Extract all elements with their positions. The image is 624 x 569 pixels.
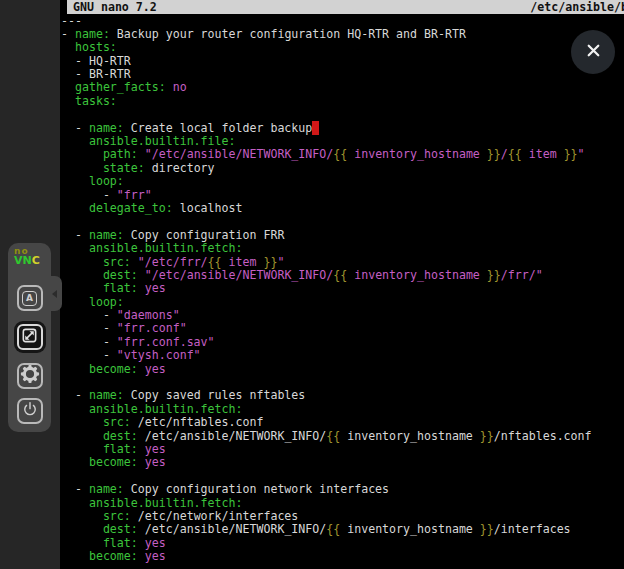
code-line: src: "/etc/frr/{{ item }}" bbox=[61, 256, 624, 269]
fullscreen-button[interactable] bbox=[17, 324, 43, 350]
power-icon bbox=[21, 400, 39, 422]
code-line: - HQ-RTR bbox=[61, 55, 624, 68]
code-line: --- bbox=[61, 15, 624, 28]
extra-keys-button[interactable]: A bbox=[17, 285, 43, 311]
code-line: hosts: bbox=[61, 41, 624, 54]
gear-icon bbox=[20, 364, 40, 388]
code-line: - name: Create local folder backup bbox=[61, 122, 624, 135]
code-line: become: yes bbox=[61, 456, 624, 469]
code-line: - "vtysh.conf" bbox=[61, 349, 624, 362]
vnc-button-column: A bbox=[8, 285, 51, 433]
code-line: become: yes bbox=[61, 363, 624, 376]
code-line: ansible.builtin.fetch: bbox=[61, 497, 624, 510]
code-line: - name: Copy configuration network inter… bbox=[61, 483, 624, 496]
sidebar-collapse-handle[interactable] bbox=[47, 276, 62, 311]
disconnect-button[interactable] bbox=[17, 398, 43, 424]
close-icon bbox=[585, 42, 602, 63]
nano-editor-text[interactable]: ---- name: Backup your router configurat… bbox=[61, 15, 624, 569]
code-line bbox=[61, 470, 624, 483]
novnc-logo: no VNC bbox=[8, 243, 51, 265]
code-line: gather_facts: no bbox=[61, 81, 624, 94]
code-line: src: /etc/network/interfaces bbox=[61, 510, 624, 523]
code-line: become: yes bbox=[61, 550, 624, 563]
nano-file-path: /etc/ansible/b bbox=[530, 0, 624, 14]
code-line: state: directory bbox=[61, 162, 624, 175]
code-line: - BR-RTR bbox=[61, 68, 624, 81]
code-line bbox=[61, 108, 624, 121]
code-line: ansible.builtin.fetch: bbox=[61, 403, 624, 416]
code-line: flat: yes bbox=[61, 537, 624, 550]
code-line: ansible.builtin.fetch: bbox=[61, 242, 624, 255]
code-line: dest: "/etc/ansible/NETWORK_INFO/{{ inve… bbox=[61, 269, 624, 282]
code-line: delegate_to: localhost bbox=[61, 202, 624, 215]
terminal-screen[interactable]: GNU nano 7.2 /etc/ansible/b ---- name: B… bbox=[60, 0, 624, 569]
a-key-icon: A bbox=[22, 291, 37, 306]
code-line: - name: Copy configuration FRR bbox=[61, 229, 624, 242]
code-line: src: /etc/nftables.conf bbox=[61, 416, 624, 429]
fullscreen-icon bbox=[21, 327, 38, 348]
vnc-sidebar: no VNC A bbox=[0, 0, 60, 569]
code-line: loop: bbox=[61, 296, 624, 309]
nano-version-title: GNU nano 7.2 bbox=[67, 0, 157, 14]
code-line bbox=[61, 376, 624, 389]
code-line: - "daemons" bbox=[61, 309, 624, 322]
code-line: - "frr" bbox=[61, 189, 624, 202]
code-line: - "frr.conf" bbox=[61, 322, 624, 335]
code-line: tasks: bbox=[61, 95, 624, 108]
close-button[interactable] bbox=[571, 30, 615, 74]
left-triangle-icon bbox=[52, 290, 57, 298]
vnc-control-panel: no VNC A bbox=[8, 243, 51, 432]
code-line: - "frr.conf.sav" bbox=[61, 336, 624, 349]
code-line: dest: /etc/ansible/NETWORK_INFO/{{ inven… bbox=[61, 430, 624, 443]
code-line: loop: bbox=[61, 175, 624, 188]
code-line: ansible.builtin.file: bbox=[61, 135, 624, 148]
code-line: dest: /etc/ansible/NETWORK_INFO/{{ inven… bbox=[61, 523, 624, 536]
novnc-logo-vnc: VNC bbox=[14, 256, 51, 265]
code-line bbox=[61, 215, 624, 228]
code-line: flat: yes bbox=[61, 443, 624, 456]
code-line: - name: Copy saved rules nftables bbox=[61, 389, 624, 402]
settings-button[interactable] bbox=[17, 363, 43, 389]
nano-titlebar: GNU nano 7.2 /etc/ansible/b bbox=[67, 0, 624, 14]
code-line: - name: Backup your router configuration… bbox=[61, 28, 624, 41]
code-line: path: "/etc/ansible/NETWORK_INFO/{{ inve… bbox=[61, 148, 624, 161]
code-line: flat: yes bbox=[61, 282, 624, 295]
